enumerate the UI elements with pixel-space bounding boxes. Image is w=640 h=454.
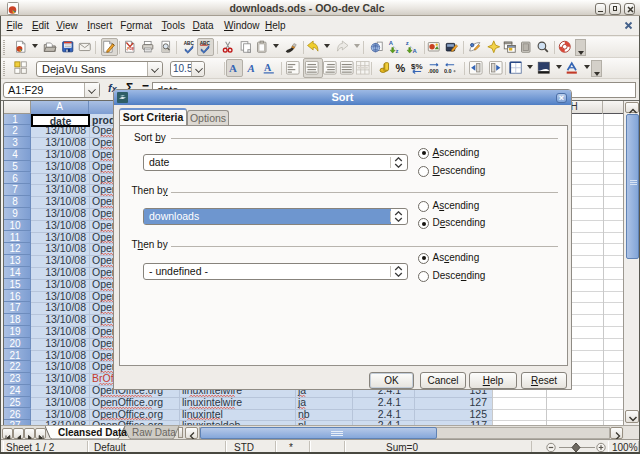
svg-text:Cleansed Data: Cleansed Data: [58, 427, 127, 438]
svg-text:A: A: [229, 62, 237, 74]
svg-text:A: A: [389, 40, 394, 46]
svg-text:z: z: [396, 48, 399, 54]
svg-text:A: A: [247, 62, 255, 74]
svg-text:.000: .000: [428, 68, 439, 74]
svg-text:Raw Data: Raw Data: [132, 427, 176, 438]
svg-text:0.0: 0.0: [444, 68, 452, 74]
svg-text:PDF: PDF: [127, 47, 135, 51]
svg-text:ABC: ABC: [184, 41, 195, 46]
svg-text:A: A: [264, 62, 272, 73]
svg-text:A: A: [413, 48, 418, 54]
svg-text:%: %: [395, 62, 405, 74]
svg-text:$%: $%: [411, 62, 423, 71]
svg-text:z: z: [406, 40, 409, 46]
